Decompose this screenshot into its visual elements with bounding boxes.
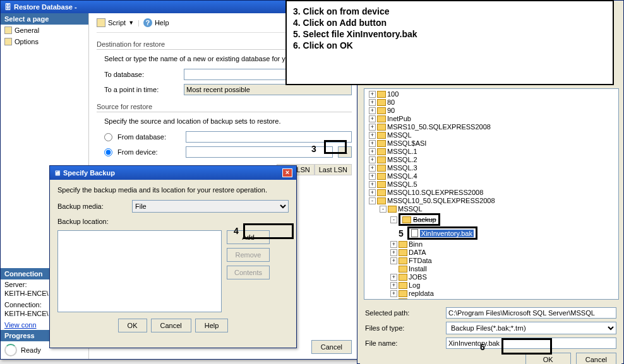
expander-icon[interactable]: + <box>369 165 376 172</box>
tree-label: MSSQL10_50.SQLEXPRESS2008 <box>387 197 495 204</box>
selected-path-input[interactable]: C:\Program Files\Microsoft SQL Server\MS… <box>446 307 616 319</box>
expander-icon[interactable]: - <box>369 197 376 204</box>
tree-node[interactable]: +100 <box>366 90 617 98</box>
file-name-label: File name: <box>365 339 441 347</box>
tree-node[interactable]: +JOBS <box>366 273 617 281</box>
files-of-type-select[interactable]: Backup Files(*.bak;*.trn) <box>446 322 616 334</box>
tree-node[interactable]: +Log <box>366 281 617 290</box>
expander-icon[interactable]: - <box>390 216 397 223</box>
highlight-box-5: Backup <box>399 213 440 226</box>
tree-node[interactable]: +MSSQL <box>366 131 617 139</box>
page-icon <box>4 38 12 45</box>
specify-help-button[interactable]: Help <box>195 319 229 332</box>
folder-icon <box>377 165 386 172</box>
restore-title: Restore Database - <box>14 3 77 11</box>
tree-label: JOBS <box>409 273 427 281</box>
expander-icon[interactable]: + <box>390 257 397 264</box>
expander-icon[interactable]: + <box>369 189 376 196</box>
expander-icon[interactable]: + <box>369 99 376 106</box>
close-icon[interactable]: × <box>282 168 292 177</box>
expander-icon[interactable]: + <box>369 181 376 188</box>
tree-label: InetPub <box>387 115 411 122</box>
expander-icon[interactable]: + <box>369 132 376 139</box>
expander-icon[interactable]: + <box>369 107 376 114</box>
folder-tree[interactable]: +100+80+90+InetPub+MSRS10_50.SQLEXPRESS2… <box>364 88 619 300</box>
expander-icon[interactable]: + <box>390 241 397 248</box>
specify-titlebar[interactable]: 🖥 Specify Backup × <box>50 166 296 180</box>
help-button[interactable]: ?Help <box>143 18 169 27</box>
from-database-label: From database: <box>117 133 181 141</box>
expander-icon[interactable]: + <box>369 115 376 122</box>
folder-icon <box>377 181 386 188</box>
folder-icon <box>377 124 386 131</box>
expander-icon[interactable]: + <box>390 249 397 256</box>
page-icon <box>4 26 12 34</box>
tree-label: 90 <box>387 107 395 114</box>
expander-icon[interactable]: + <box>390 290 397 297</box>
expander-icon[interactable]: + <box>390 282 397 289</box>
tree-node[interactable]: +MSSQL.4 <box>366 172 617 180</box>
expander-icon[interactable]: + <box>369 91 376 98</box>
tree-node[interactable]: -MSSQL <box>366 205 617 213</box>
file-name-input[interactable] <box>446 338 616 349</box>
tree-node[interactable]: +InetPub <box>366 115 617 123</box>
instruction-line: 6. Click on OK <box>293 40 606 50</box>
help-icon: ? <box>143 18 152 27</box>
expander-icon[interactable]: + <box>369 173 376 180</box>
expander-icon[interactable]: + <box>390 274 397 281</box>
expander-icon[interactable]: + <box>369 124 376 131</box>
tree-node[interactable]: +MSSQL10.SQLEXPRESS2008 <box>366 189 617 197</box>
tree-label: Log <box>409 281 420 289</box>
tree-label: MSSQL.4 <box>387 172 417 180</box>
tree-label: Binn <box>409 240 423 248</box>
tree-node[interactable]: +MSSQL.1 <box>366 148 617 156</box>
backup-media-select[interactable]: File <box>132 200 289 213</box>
backup-media-label: Backup media: <box>57 203 127 210</box>
folder-icon <box>377 140 386 147</box>
tree-node[interactable]: -MSSQL10_50.SQLEXPRESS2008 <box>366 197 617 205</box>
select-page-header: Select a page <box>1 13 88 25</box>
tree-node[interactable]: 5XinInventory.bak <box>366 226 617 240</box>
tree-node[interactable]: +MSSQL.2 <box>366 156 617 164</box>
instruction-line: 5. Select file XinInventory.bak <box>293 29 606 39</box>
tree-node[interactable]: Install <box>366 265 617 273</box>
from-database-radio[interactable] <box>104 133 112 141</box>
tree-node[interactable]: +MSSQL.3 <box>366 164 617 172</box>
db-icon: 🗄 <box>4 3 11 11</box>
script-button[interactable]: Script▼ <box>97 18 134 27</box>
from-device-radio[interactable] <box>104 148 112 156</box>
folder-icon <box>399 241 407 248</box>
backup-location-listbox[interactable] <box>57 230 222 312</box>
to-point-label: To a point in time: <box>104 86 180 93</box>
tree-label: MSSQL10.SQLEXPRESS2008 <box>387 189 483 196</box>
tree-node[interactable]: -Backup <box>366 213 617 226</box>
tree-node[interactable]: +MSRS10_50.SQLEXPRESS2008 <box>366 123 617 131</box>
sidebar-item-options[interactable]: Options <box>1 36 88 47</box>
tree-label: MSSQL.1 <box>387 148 417 155</box>
sidebar-item-general[interactable]: General <box>1 25 88 36</box>
from-device-label: From device: <box>117 148 181 156</box>
expander-icon[interactable]: + <box>369 140 376 147</box>
tree-node[interactable]: +80 <box>366 98 617 107</box>
folder-icon <box>399 257 407 264</box>
specify-cancel-button[interactable]: Cancel <box>151 319 191 332</box>
tree-node[interactable]: +repldata <box>366 290 617 298</box>
expander-icon[interactable]: + <box>369 148 376 155</box>
tree-node[interactable]: +90 <box>366 107 617 115</box>
specify-ok-button[interactable]: OK <box>118 319 147 332</box>
tree-label: MSRS10_50.SQLEXPRESS2008 <box>387 123 491 131</box>
tree-label: XinInventory.bak <box>420 230 474 237</box>
expander-icon[interactable]: - <box>380 206 387 213</box>
tree-node[interactable]: +Binn <box>366 240 617 249</box>
restore-cancel-button[interactable]: Cancel <box>311 340 352 354</box>
tree-node[interactable]: +MSSQL$ASI <box>366 139 617 148</box>
tree-node[interactable]: Template Data <box>366 298 617 300</box>
tree-node[interactable]: +FTData <box>366 257 617 265</box>
tree-label: MSSQL$ASI <box>387 139 426 147</box>
folder-icon <box>377 91 386 98</box>
file-cancel-button[interactable]: Cancel <box>576 353 616 364</box>
file-ok-button[interactable]: OK <box>525 353 571 364</box>
expander-icon[interactable]: + <box>369 156 376 163</box>
tree-node[interactable]: +DATA <box>366 249 617 257</box>
tree-node[interactable]: +MSSQL.5 <box>366 180 617 189</box>
